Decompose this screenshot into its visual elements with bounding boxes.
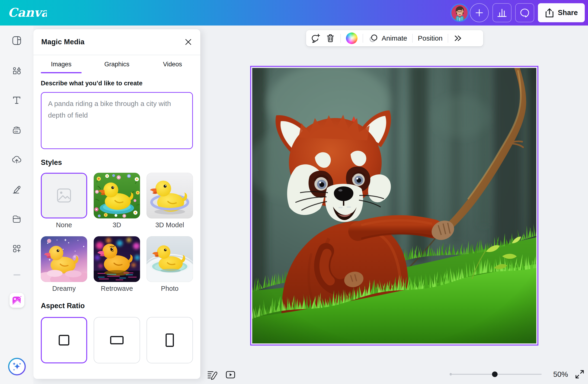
panel-header: Magic Media <box>33 29 200 55</box>
sidebar-item-text[interactable] <box>12 95 22 105</box>
magic-media-app-icon <box>12 295 22 305</box>
projects-folder-icon <box>12 214 21 224</box>
style-label: 3D Model <box>155 221 184 229</box>
panel-close-button[interactable] <box>183 37 193 47</box>
aspect-option-landscape[interactable] <box>94 317 140 363</box>
apps-grid-plus-icon <box>12 244 21 254</box>
style-option-photo[interactable]: Photo <box>147 236 193 292</box>
tab-videos-label: Videos <box>163 61 182 68</box>
canva-editor: Canva <box>0 0 588 384</box>
comment-add-icon <box>311 33 321 43</box>
design-template-icon <box>12 36 21 45</box>
avatar[interactable] <box>450 3 469 22</box>
landscape-ratio-icon <box>110 336 124 344</box>
tab-graphics[interactable]: Graphics <box>89 55 145 73</box>
style-option-dreamy[interactable]: Dreamy <box>41 236 87 292</box>
tab-videos[interactable]: Videos <box>145 55 200 73</box>
portrait-ratio-icon <box>166 333 174 347</box>
animate-circles-icon <box>368 33 379 43</box>
double-chevron-right-icon <box>453 33 463 43</box>
canva-logo[interactable]: Canva <box>7 4 47 21</box>
prompt-input[interactable] <box>41 92 193 149</box>
sidebar-item-projects[interactable] <box>12 214 22 224</box>
animate-button[interactable]: Animate <box>366 32 409 45</box>
present-button[interactable] <box>225 369 236 380</box>
style-option-3d-model[interactable]: 3D Model <box>147 173 193 229</box>
sidebar-item-apps[interactable] <box>12 243 22 254</box>
fullscreen-button[interactable] <box>574 369 585 380</box>
panel-title: Magic Media <box>41 38 85 46</box>
duck-meadow-thumb <box>94 173 140 218</box>
red-panda-forest-image <box>252 68 536 343</box>
trash-icon <box>326 33 335 43</box>
duck-retrowave-thumb <box>94 236 140 282</box>
rail-divider <box>13 274 21 276</box>
speech-bubble-icon <box>519 7 530 18</box>
duck-bathtub-thumb <box>147 236 193 282</box>
square-ratio-icon <box>59 335 69 345</box>
style-thumb-photo <box>147 236 193 282</box>
style-thumb-3d-model <box>147 173 193 218</box>
notes-button[interactable] <box>206 369 217 380</box>
elements-shapes-icon <box>12 66 21 75</box>
panel-body: Describe what you’d like to create Style… <box>33 80 200 363</box>
animate-label: Animate <box>382 34 407 42</box>
sidebar-item-magic-media[interactable] <box>9 293 24 308</box>
close-icon <box>184 38 192 46</box>
add-design-button[interactable] <box>470 3 489 22</box>
svg-text:co: co <box>14 130 18 133</box>
style-option-none[interactable]: None <box>41 173 87 229</box>
insights-button[interactable] <box>492 3 511 22</box>
draw-pen-icon <box>12 184 21 194</box>
tab-images-label: Images <box>51 61 72 68</box>
zoom-slider[interactable] <box>450 371 542 377</box>
sidebar-item-elements[interactable] <box>12 65 22 76</box>
tab-images[interactable]: Images <box>33 55 89 73</box>
delete-button[interactable] <box>323 32 337 45</box>
toolbar-divider <box>363 34 363 43</box>
duck-orbit-thumb <box>147 173 193 218</box>
aspect-ratio-heading: Aspect Ratio <box>41 302 193 310</box>
comments-button[interactable] <box>515 3 534 22</box>
statusbar-left <box>206 369 236 380</box>
assistant-button[interactable] <box>8 358 26 376</box>
selected-canvas-image[interactable] <box>250 66 538 345</box>
toolbar-divider <box>340 34 341 43</box>
share-label: Share <box>558 9 578 17</box>
describe-label: Describe what you’d like to create <box>41 80 193 87</box>
style-thumb-dreamy <box>41 236 87 282</box>
magic-media-panel: Magic Media Images Graphics Videos Des <box>33 29 200 379</box>
upload-share-icon <box>545 8 554 18</box>
duck-dreamy-thumb <box>41 236 87 282</box>
canva-logo-icon: Canva <box>7 4 47 21</box>
text-icon <box>12 95 21 105</box>
statusbar-right: 50% <box>450 369 585 380</box>
brand-icon: co <box>12 125 21 135</box>
sidebar-item-brand[interactable]: co <box>12 125 22 135</box>
toolbar-divider <box>448 34 448 43</box>
style-option-retrowave[interactable]: Retrowave <box>94 236 140 292</box>
style-thumb-none <box>41 173 87 218</box>
position-button[interactable]: Position <box>416 32 445 45</box>
app-header: Canva <box>0 0 588 25</box>
style-thumb-3d <box>94 173 140 218</box>
comment-button[interactable] <box>308 32 323 45</box>
aspect-option-square[interactable] <box>41 317 87 363</box>
image-placeholder-icon <box>41 173 87 218</box>
color-button[interactable] <box>344 32 360 45</box>
active-tab-underline <box>41 72 82 73</box>
sidebar-item-design[interactable] <box>12 36 22 46</box>
sidebar-item-draw[interactable] <box>12 184 22 194</box>
style-thumb-retrowave <box>94 236 140 282</box>
object-toolbar: Animate Position <box>306 30 483 46</box>
sidebar-item-uploads[interactable] <box>12 154 22 165</box>
more-tools-button[interactable] <box>451 32 465 45</box>
style-option-3d[interactable]: 3D <box>94 173 140 229</box>
style-label: None <box>56 221 72 229</box>
styles-heading: Styles <box>41 158 193 167</box>
styles-grid: None <box>41 173 193 292</box>
zoom-slider-handle[interactable] <box>492 371 498 377</box>
aspect-option-portrait[interactable] <box>147 317 193 363</box>
style-label: Dreamy <box>52 285 76 292</box>
share-button[interactable]: Share <box>538 3 585 22</box>
